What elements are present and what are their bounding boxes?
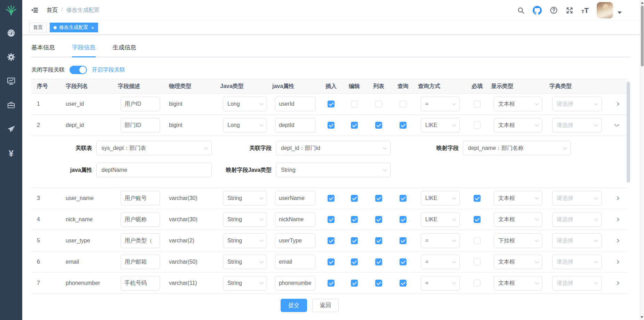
insert-checkbox[interactable] <box>328 258 335 265</box>
breadcrumb-home-link[interactable]: 首页 <box>47 7 58 14</box>
edit-checkbox[interactable] <box>351 101 358 107</box>
github-icon[interactable] <box>533 6 542 15</box>
required-checkbox[interactable] <box>474 195 481 202</box>
required-checkbox[interactable] <box>474 122 481 129</box>
expand-row-icon[interactable] <box>614 281 619 285</box>
edit-checkbox[interactable] <box>351 216 358 223</box>
sidebar-item-system[interactable] <box>0 46 22 70</box>
column-description-input[interactable] <box>121 255 160 269</box>
java-field-input[interactable] <box>275 97 315 111</box>
java-field-input[interactable] <box>275 276 315 290</box>
query-checkbox[interactable] <box>400 122 406 129</box>
tab-generate-info[interactable]: 生成信息 <box>113 43 136 57</box>
sidebar-item-monitor[interactable] <box>0 70 22 94</box>
query-type-select[interactable]: = <box>421 255 460 269</box>
java-field-input[interactable] <box>275 118 315 133</box>
display-type-select[interactable]: 文本框 <box>494 191 542 206</box>
sidebar-fold-icon[interactable] <box>31 6 39 14</box>
display-type-select[interactable]: 文本框 <box>494 118 542 133</box>
expand-row-icon[interactable] <box>614 260 619 264</box>
java-field-input[interactable] <box>275 255 315 269</box>
display-type-select[interactable]: 文本框 <box>494 97 542 111</box>
list-checkbox[interactable] <box>375 237 382 244</box>
dict-type-select[interactable]: 请选择 <box>552 97 602 111</box>
java-type-select[interactable]: String <box>223 233 267 248</box>
query-checkbox[interactable] <box>400 101 406 107</box>
page-scrollbar[interactable] <box>640 0 644 320</box>
column-description-input[interactable] <box>121 276 160 290</box>
dict-type-select[interactable]: 请选择 <box>552 212 602 227</box>
display-type-select[interactable]: 下拉框 <box>494 233 542 248</box>
scrollbar-down-arrow-icon[interactable] <box>641 316 643 318</box>
submit-button[interactable]: 提交 <box>281 299 307 312</box>
insert-checkbox[interactable] <box>328 280 335 287</box>
query-checkbox[interactable] <box>400 280 406 287</box>
dict-type-select[interactable]: 请选择 <box>552 191 602 206</box>
query-checkbox[interactable] <box>400 258 406 265</box>
edit-checkbox[interactable] <box>351 195 358 202</box>
required-checkbox[interactable] <box>474 216 481 223</box>
sidebar-item-guide[interactable] <box>0 118 22 142</box>
required-checkbox[interactable] <box>474 258 481 265</box>
dict-type-select[interactable]: 请选择 <box>552 118 602 133</box>
java-type-select[interactable]: String <box>223 212 267 227</box>
dict-type-select[interactable]: 请选择 <box>552 233 602 248</box>
related-field-select[interactable]: dept_id：部门id <box>276 141 391 155</box>
tab-basic-info[interactable]: 基本信息 <box>31 43 55 57</box>
page-scrollbar-thumb[interactable] <box>641 6 644 66</box>
required-checkbox[interactable] <box>474 280 481 287</box>
java-type-select[interactable]: String <box>223 191 267 206</box>
query-checkbox[interactable] <box>400 195 406 202</box>
display-type-select[interactable]: 文本框 <box>494 212 542 227</box>
list-checkbox[interactable] <box>375 101 382 107</box>
list-checkbox[interactable] <box>375 280 382 287</box>
field-association-switch[interactable] <box>70 66 87 74</box>
tag-active-gen-config[interactable]: 修改生成配置 × <box>50 23 98 32</box>
query-type-select[interactable]: = <box>421 233 460 248</box>
column-description-input[interactable] <box>121 118 160 133</box>
display-type-select[interactable]: 文本框 <box>494 255 542 269</box>
query-type-select[interactable]: LIKE <box>421 212 460 227</box>
java-type-select[interactable]: String <box>223 276 267 290</box>
query-checkbox[interactable] <box>400 237 406 244</box>
required-checkbox[interactable] <box>474 237 481 244</box>
expand-row-icon[interactable] <box>614 239 619 242</box>
dict-type-select[interactable]: 请选择 <box>552 255 602 269</box>
avatar-dropdown[interactable] <box>597 2 622 18</box>
column-description-input[interactable] <box>121 212 160 227</box>
mapped-field-select[interactable]: dept_name：部门名称 <box>463 141 571 155</box>
insert-checkbox[interactable] <box>328 195 335 202</box>
query-type-select[interactable]: LIKE <box>421 118 460 133</box>
tag-home[interactable]: 首页 <box>29 23 47 32</box>
edit-checkbox[interactable] <box>351 237 358 244</box>
expand-row-icon[interactable] <box>614 102 619 106</box>
fullscreen-icon[interactable] <box>566 7 573 14</box>
insert-checkbox[interactable] <box>328 122 335 129</box>
edit-checkbox[interactable] <box>351 122 358 129</box>
list-checkbox[interactable] <box>375 122 382 129</box>
java-field-input[interactable] <box>275 212 315 227</box>
related-table-select[interactable]: sys_dept：部门表 <box>96 141 212 155</box>
table-scrollbar[interactable] <box>627 82 630 186</box>
table-scrollbar-thumb[interactable] <box>627 82 630 183</box>
java-type-select[interactable]: String <box>223 255 267 269</box>
java-field-input[interactable] <box>275 233 315 248</box>
tab-field-info[interactable]: 字段信息 <box>72 43 96 57</box>
column-description-input[interactable] <box>121 191 160 206</box>
java-type-select[interactable]: Long <box>223 97 267 111</box>
java-type-select[interactable]: Long <box>223 118 267 133</box>
query-type-select[interactable]: = <box>421 276 460 290</box>
expand-row-icon[interactable] <box>614 124 619 126</box>
close-icon[interactable]: × <box>91 25 94 30</box>
column-description-input[interactable] <box>121 233 160 248</box>
mapped-java-type-select[interactable]: String <box>276 163 391 177</box>
insert-checkbox[interactable] <box>328 101 335 107</box>
font-size-icon[interactable]: TT <box>581 7 589 14</box>
app-logo[interactable] <box>5 0 17 22</box>
help-icon[interactable] <box>550 6 558 14</box>
back-button[interactable]: 返回 <box>312 299 339 312</box>
edit-checkbox[interactable] <box>351 258 358 265</box>
search-icon[interactable] <box>517 7 525 14</box>
sidebar-item-pay[interactable]: ¥ <box>0 142 22 166</box>
query-type-select[interactable]: = <box>421 97 460 111</box>
